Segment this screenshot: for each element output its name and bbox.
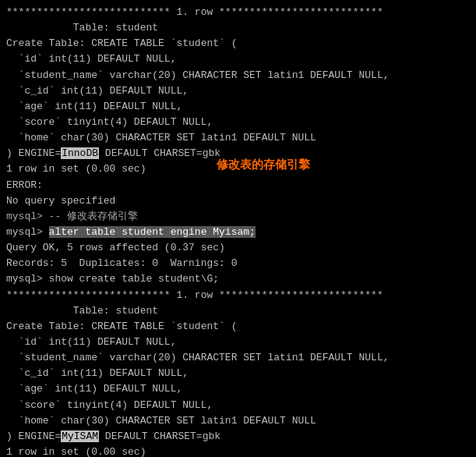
- terminal-line: Create Table: CREATE TABLE `student` (: [6, 36, 470, 51]
- terminal-line: `student_name` varchar(20) CHARACTER SET…: [6, 350, 470, 366]
- myisam-highlight: MyISAM: [61, 430, 99, 442]
- terminal-line: mysql> show create table student\G;: [6, 271, 470, 287]
- terminal-line: `score` tinyint(4) DEFAULT NULL,: [6, 398, 470, 413]
- terminal-line: Table: student: [6, 303, 470, 319]
- terminal-line: `home` char(30) CHARACTER SET latin1 DEF…: [6, 130, 470, 146]
- terminal-line: No query specified: [6, 193, 470, 209]
- terminal-line: `home` char(30) CHARACTER SET latin1 DEF…: [6, 413, 470, 429]
- terminal-line: `score` tinyint(4) DEFAULT NULL,: [6, 115, 470, 130]
- terminal-line: Query OK, 5 rows affected (0.37 sec): [6, 240, 470, 256]
- terminal-line: Table: student: [6, 20, 470, 36]
- terminal-line: *************************** 1. row *****…: [6, 288, 470, 303]
- terminal-line: ) ENGINE=MyISAM DEFAULT CHARSET=gbk: [6, 429, 470, 445]
- terminal-line: ERROR:: [6, 178, 470, 193]
- chinese-annotation: 修改表的存储引擎: [217, 158, 310, 172]
- terminal-line: `id` int(11) DEFAULT NULL,: [6, 51, 470, 67]
- terminal-line: Records: 5 Duplicates: 0 Warnings: 0: [6, 256, 470, 271]
- terminal-line: `c_id` int(11) DEFAULT NULL,: [6, 366, 470, 381]
- terminal-line: mysql> alter table student engine Myisam…: [6, 225, 470, 240]
- terminal-line: 1 row in set (0.00 sec): [6, 445, 470, 457]
- terminal-line: Create Table: CREATE TABLE `student` (: [6, 319, 470, 335]
- terminal-line: mysql> -- 修改表存储引擎: [6, 209, 470, 225]
- terminal-line: `age` int(11) DEFAULT NULL,: [6, 99, 470, 115]
- terminal-line: `id` int(11) DEFAULT NULL,: [6, 335, 470, 350]
- terminal-line: `c_id` int(11) DEFAULT NULL,: [6, 83, 470, 99]
- terminal-line: `student_name` varchar(20) CHARACTER SET…: [6, 68, 470, 83]
- terminal-line: *************************** 1. row *****…: [6, 5, 470, 20]
- innodb-highlight: InnoDB: [61, 147, 99, 159]
- terminal: *************************** 1. row *****…: [6, 5, 470, 457]
- alter-command: alter table student engine Myisam;: [49, 226, 256, 238]
- terminal-line: `age` int(11) DEFAULT NULL,: [6, 381, 470, 397]
